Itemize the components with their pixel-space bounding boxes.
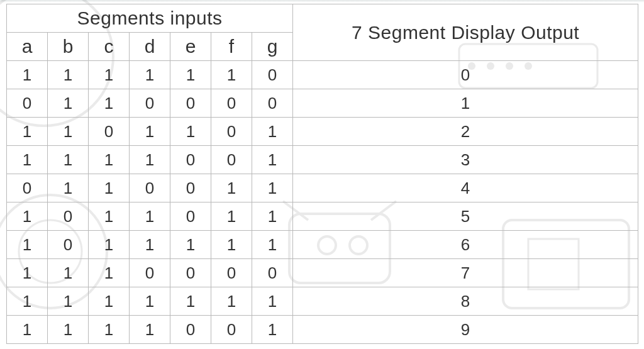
display-output-header: 7 Segment Display Output: [293, 4, 638, 61]
cell: 1: [7, 259, 48, 287]
cell: 1: [211, 231, 252, 259]
output-cell: 4: [293, 174, 638, 202]
cell: 1: [89, 202, 130, 231]
cell: 1: [252, 231, 293, 259]
cell: 1: [211, 61, 252, 89]
table-body: 1 1 1 1 1 1 0 0 0 1 1 0 0 0 0 1 1 1: [7, 61, 638, 344]
cell: 1: [252, 202, 293, 231]
col-c: c: [89, 33, 130, 61]
col-g: g: [252, 33, 293, 61]
table-row: 1 1 1 1 0 0 1 3: [7, 146, 638, 174]
col-f: f: [211, 33, 252, 61]
col-a: a: [7, 33, 48, 61]
cell: 0: [7, 89, 48, 118]
col-e: e: [170, 33, 211, 61]
output-cell: 2: [293, 118, 638, 146]
output-cell: 3: [293, 146, 638, 174]
cell: 1: [170, 231, 211, 259]
table-row: 1 0 1 1 0 1 1 5: [7, 202, 638, 231]
cell: 0: [7, 174, 48, 202]
cell: 1: [7, 202, 48, 231]
cell: 1: [89, 174, 130, 202]
output-cell: 7: [293, 259, 638, 287]
cell: 1: [252, 287, 293, 316]
cell: 1: [252, 118, 293, 146]
cell: 1: [252, 316, 293, 344]
cell: 0: [211, 118, 252, 146]
cell: 1: [48, 61, 89, 89]
cell: 0: [252, 61, 293, 89]
cell: 0: [211, 146, 252, 174]
cell: 1: [89, 259, 130, 287]
table-row: 0 1 1 0 0 1 1 4: [7, 174, 638, 202]
cell: 1: [89, 146, 130, 174]
cell: 0: [48, 231, 89, 259]
output-cell: 8: [293, 287, 638, 316]
seven-segment-truth-table: Segments inputs 7 Segment Display Output…: [6, 4, 638, 344]
cell: 0: [211, 259, 252, 287]
cell: 1: [130, 118, 170, 146]
cell: 1: [170, 287, 211, 316]
cell: 1: [48, 259, 89, 287]
table-row: 1 1 1 0 0 0 0 7: [7, 259, 638, 287]
table-row: 1 1 1 1 0 0 1 9: [7, 316, 638, 344]
output-cell: 6: [293, 231, 638, 259]
cell: 1: [48, 316, 89, 344]
cell: 0: [211, 316, 252, 344]
cell: 0: [252, 259, 293, 287]
cell: 1: [130, 61, 170, 89]
table-row: 1 1 1 1 1 1 0 0: [7, 61, 638, 89]
segments-inputs-header: Segments inputs: [7, 4, 293, 33]
cell: 1: [252, 146, 293, 174]
cell: 0: [130, 174, 170, 202]
cell: 0: [170, 89, 211, 118]
cell: 1: [89, 287, 130, 316]
cell: 1: [89, 231, 130, 259]
table-row: 1 1 0 1 1 0 1 2: [7, 118, 638, 146]
cell: 1: [130, 202, 170, 231]
cell: 1: [7, 61, 48, 89]
cell: 1: [7, 146, 48, 174]
output-cell: 0: [293, 61, 638, 89]
cell: 1: [48, 287, 89, 316]
cell: 1: [170, 61, 211, 89]
cell: 1: [130, 231, 170, 259]
cell: 0: [89, 118, 130, 146]
cell: 0: [170, 174, 211, 202]
cell: 1: [89, 316, 130, 344]
cell: 0: [170, 202, 211, 231]
cell: 1: [211, 287, 252, 316]
output-cell: 5: [293, 202, 638, 231]
table-row: 1 1 1 1 1 1 1 8: [7, 287, 638, 316]
col-b: b: [48, 33, 89, 61]
cell: 1: [7, 118, 48, 146]
cell: 1: [48, 89, 89, 118]
cell: 1: [7, 287, 48, 316]
cell: 1: [211, 202, 252, 231]
cell: 1: [130, 287, 170, 316]
output-cell: 1: [293, 89, 638, 118]
table-row: 0 1 1 0 0 0 0 1: [7, 89, 638, 118]
cell: 1: [130, 316, 170, 344]
cell: 1: [89, 89, 130, 118]
cell: 0: [130, 259, 170, 287]
cell: 1: [48, 146, 89, 174]
cell: 0: [170, 316, 211, 344]
cell: 0: [170, 146, 211, 174]
cell: 0: [252, 89, 293, 118]
cell: 1: [48, 118, 89, 146]
cell: 1: [7, 231, 48, 259]
cell: 0: [130, 89, 170, 118]
cell: 0: [48, 202, 89, 231]
col-d: d: [130, 33, 170, 61]
cell: 1: [211, 174, 252, 202]
cell: 1: [130, 146, 170, 174]
cell: 0: [211, 89, 252, 118]
cell: 1: [89, 61, 130, 89]
table-header-row-1: Segments inputs 7 Segment Display Output: [7, 4, 638, 33]
cell: 1: [170, 118, 211, 146]
cell: 1: [252, 174, 293, 202]
cell: 0: [170, 259, 211, 287]
table-row: 1 0 1 1 1 1 1 6: [7, 231, 638, 259]
cell: 1: [48, 174, 89, 202]
